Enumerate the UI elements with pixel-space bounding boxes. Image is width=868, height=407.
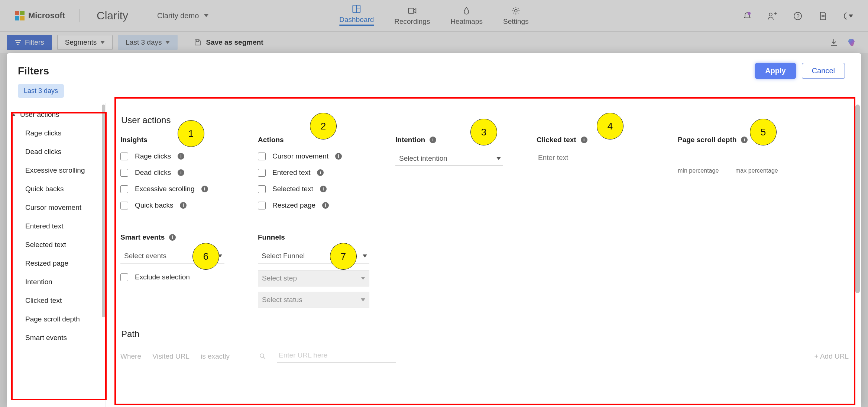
main-nav: Dashboard Recordings Heatmaps Settings [339,0,528,32]
funnels-column: Funnels Select Funnel Select step Select… [258,233,395,308]
segments-button[interactable]: Segments [57,35,113,50]
sidebar-item-smart-events[interactable]: Smart events [7,329,105,347]
scroll-max-input[interactable] [735,152,782,165]
sidebar-item-quick-backs[interactable]: Quick backs [7,180,105,198]
copilot-icon[interactable] [847,38,857,47]
project-selector[interactable]: Clarity demo [157,12,208,20]
scroll-depth-title: Page scroll depth [678,136,736,144]
sidebar-item-clicked-text[interactable]: Clicked text [7,291,105,310]
info-icon[interactable]: i [180,202,187,209]
info-icon[interactable]: i [320,186,327,192]
checkbox[interactable] [120,185,128,193]
save-segment-button[interactable]: Save as segment [194,38,263,47]
app-header: Microsoft Clarity Clarity demo Dashboard… [0,0,868,32]
smart-events-select[interactable]: Select events [120,250,224,263]
nav-heatmaps[interactable]: Heatmaps [450,6,483,26]
info-icon[interactable]: i [317,169,324,176]
filters-content: User actions Insights Rage clicksi Dead … [106,103,861,407]
sidebar-item-entered-text[interactable]: Entered text [7,217,105,235]
info-icon[interactable]: i [741,137,748,143]
insight-excessive-scrolling[interactable]: Excessive scrollingi [120,185,250,193]
smart-events-column: Smart eventsi Select events Exclude sele… [120,233,258,308]
action-entered-text[interactable]: Entered texti [258,169,388,177]
nav-settings[interactable]: Settings [503,6,529,26]
checkbox[interactable] [258,153,266,160]
intention-select[interactable]: Select intention [395,152,503,166]
info-icon[interactable]: i [581,137,587,143]
nav-dashboard-label: Dashboard [339,16,374,26]
brand-separator [79,9,80,22]
info-icon[interactable]: i [322,202,329,209]
info-icon[interactable]: i [169,234,176,241]
info-icon[interactable]: i [178,153,184,160]
action-selected-text[interactable]: Selected texti [258,185,388,193]
svg-point-5 [748,12,751,15]
nav-dashboard[interactable]: Dashboard [339,4,374,26]
nav-recordings-label: Recordings [394,17,430,26]
header-actions: + ? [742,0,853,32]
sidebar-item-intention[interactable]: Intention [7,273,105,291]
action-resized-page[interactable]: Resized pagei [258,201,388,209]
checkbox[interactable] [258,185,266,193]
checkbox[interactable] [120,273,128,281]
download-icon[interactable] [830,38,838,47]
actions-column: Actions Cursor movementi Entered texti S… [258,136,395,218]
info-icon[interactable]: i [201,186,208,192]
checkbox[interactable] [258,202,266,209]
sidebar-item-selected-text[interactable]: Selected text [7,235,105,254]
clicked-text-input[interactable] [537,152,615,165]
path-url-input[interactable] [277,350,396,363]
sidebar-item-cursor-movement[interactable]: Cursor movement [7,198,105,217]
insight-rage-clicks[interactable]: Rage clicksi [120,152,250,160]
daterange-button[interactable]: Last 3 days [118,35,178,50]
insight-quick-backs[interactable]: Quick backsi [120,201,250,209]
filters-button[interactable]: Filters [7,35,52,50]
sidebar-item-excessive-scrolling[interactable]: Excessive scrolling [7,161,105,180]
exclude-selection-row[interactable]: Exclude selection [120,273,250,281]
sidebar-item-resized-page[interactable]: Resized page [7,254,105,273]
people-icon[interactable]: + [768,11,777,21]
sidebar-scrollbar[interactable] [102,105,105,317]
cancel-button[interactable]: Cancel [802,63,845,79]
funnel-step-select: Select step [258,270,369,286]
funnel-select[interactable]: Select Funnel [258,250,369,263]
chevron-down-icon [165,41,170,44]
svg-text:?: ? [797,13,800,19]
info-icon[interactable]: i [178,169,184,176]
brand-clarity: Clarity [97,9,128,22]
account-icon[interactable] [843,11,853,21]
dashboard-icon [352,4,361,13]
apply-button[interactable]: Apply [755,63,796,79]
svg-line-19 [263,357,265,359]
checkbox[interactable] [120,202,128,209]
microsoft-logo: Microsoft [15,11,65,20]
help-icon[interactable]: ? [793,11,803,21]
path-field[interactable]: Visited URL [152,352,190,360]
intention-title: Intention [395,136,425,144]
settings-icon [511,6,520,15]
nav-recordings[interactable]: Recordings [394,6,430,26]
notifications-icon[interactable] [742,11,752,21]
scroll-min-input[interactable] [678,152,724,165]
sidebar-item-dead-clicks[interactable]: Dead clicks [7,142,105,161]
insight-dead-clicks[interactable]: Dead clicksi [120,169,250,177]
info-icon[interactable]: i [335,153,342,160]
modal-title: Filters [18,65,49,77]
document-icon[interactable] [818,11,828,21]
smart-events-title: Smart events [120,233,165,241]
checkbox[interactable] [120,169,128,177]
sidebar-item-rage-clicks[interactable]: Rage clicks [7,124,105,142]
chevron-down-icon [363,254,367,257]
add-url-button[interactable]: + Add URL [814,352,849,360]
funnels-title: Funnels [258,233,388,241]
checkbox[interactable] [120,153,128,160]
checkbox[interactable] [258,169,266,177]
path-op[interactable]: is exactly [201,352,230,360]
action-cursor-movement[interactable]: Cursor movementi [258,152,388,160]
content-scrollbar[interactable] [855,105,860,293]
info-icon[interactable]: i [430,137,436,143]
intention-placeholder: Select intention [399,154,447,163]
active-filter-chip[interactable]: Last 3 days [18,84,64,98]
sidebar-group-user-actions[interactable]: User actions [7,105,105,124]
sidebar-item-page-scroll-depth[interactable]: Page scroll depth [7,310,105,329]
